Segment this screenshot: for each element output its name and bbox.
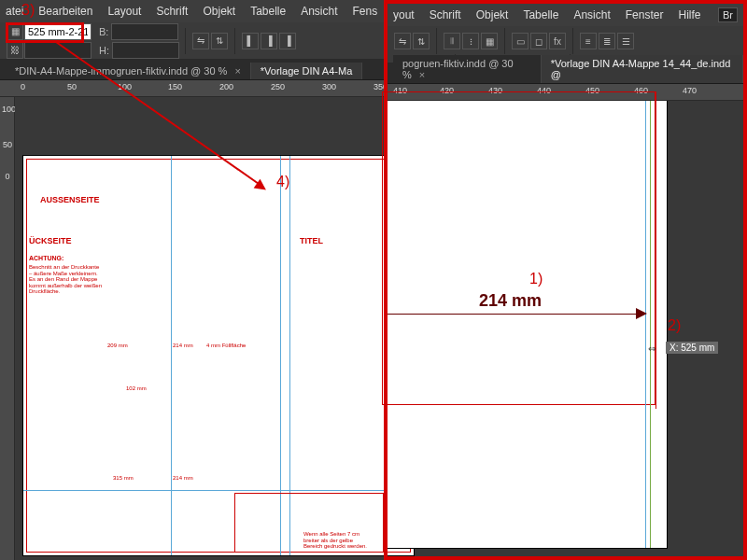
measure-label: 214 mm [479,291,542,311]
menubar-right: yout Schrift Objekt Tabelle Ansicht Fens… [388,4,743,26]
menu-ansicht[interactable]: Ansicht [301,5,337,18]
annotation-1: 1) [529,271,543,287]
text-achtung-body: Beschnitt an der Druckkante – äußere Maß… [29,264,104,295]
menu-layout[interactable]: yout [393,8,415,21]
menu-fenster[interactable]: Fens [353,5,378,18]
document-tab[interactable]: *DIN-A4-Mappe-immogruen-fiktiv.indd @ 30… [6,63,251,79]
menu-bearbeiten[interactable]: Bearbeiten [38,5,92,18]
textwrap3-icon[interactable]: ☰ [617,33,634,49]
ruler-tick: 300 [322,82,336,91]
document-page[interactable]: AUSSENSEITE ÜCKSEITE ACHTUNG: Beschnitt … [22,155,415,556]
menu-objekt[interactable]: Objekt [203,5,235,18]
ruler-tick: 470 [683,86,697,95]
bleed-border [382,91,655,405]
tab-label: *DIN-A4-Mappe-immogruen-fiktiv.indd @ 30… [15,65,227,77]
separator [234,28,235,54]
flip-h-icon[interactable]: ⇋ [192,33,209,49]
right-pane: yout Schrift Objekt Tabelle Ansicht Fens… [384,0,747,560]
tab-label: *Vorlage DIN A4-Ma [261,65,352,77]
guide-horizontal[interactable] [23,490,414,491]
ruler-horizontal-left[interactable]: 0 50 100 150 200 250 300 350 [0,80,384,97]
separator [572,28,573,54]
width-label: B: [99,26,108,37]
guide-vertical[interactable] [650,101,651,548]
folder-shape [234,493,384,553]
ruler-tick: 0 [2,172,13,181]
sel-fit-icon[interactable]: ◻ [530,33,547,49]
separator [504,28,505,54]
menu-fenster[interactable]: Fenster [626,8,664,21]
fx-icon[interactable]: fx [549,33,566,49]
dist-v-icon[interactable]: ⫶ [462,33,479,49]
textwrap-icon[interactable]: ≡ [580,33,597,49]
ref-point-icon[interactable]: ▦ [7,23,23,40]
measure-arrow-right [636,308,647,319]
dim-209: 209 mm [107,343,128,349]
align-right-icon[interactable]: ▐ [279,33,296,49]
dim-4mm: 4 mm Füllfläche [206,343,246,349]
canvas-right[interactable]: 214 mm 1) ⇔ X: 525 mm 2) [388,101,743,549]
annotation-2: 2) [668,317,681,334]
menu-layout[interactable]: Layout [107,5,141,18]
ruler-vertical-left[interactable]: 100 50 0 [0,97,15,560]
textwrap2-icon[interactable]: ≣ [599,33,615,49]
annotation-4: 4) [276,174,289,190]
dim-214-b: 214 mm [173,475,193,482]
drag-handle-icon[interactable]: ⇔ [648,343,655,354]
menu-ansicht[interactable]: Ansicht [573,8,610,21]
ruler-tick: 0 [21,82,25,91]
separator [185,28,186,54]
flip-h-icon[interactable]: ⇋ [394,33,411,49]
bridge-icon[interactable]: Br [718,7,738,22]
menu-schrift[interactable]: Schrift [156,5,188,18]
ruler-tick: 50 [2,140,13,149]
annotation-3: 3) [21,2,35,19]
canvas-left[interactable]: AUSSENSEITE ÜCKSEITE ACHTUNG: Beschnitt … [15,97,384,560]
position-tooltip: X: 525 mm [666,342,718,354]
height-input[interactable] [112,42,179,59]
align-center-icon[interactable]: ▐ [261,33,277,49]
ruler-tick: 100 [2,105,13,114]
label-titel: TITEL [300,236,323,245]
menu-objekt[interactable]: Objekt [476,8,509,21]
sel-rect-icon[interactable]: ▭ [512,33,529,49]
tabbar-left: *DIN-A4-Mappe-immogruen-fiktiv.indd @ 30… [0,60,384,80]
document-tab-active[interactable]: *Vorlage DIN A4-Ma [251,63,362,79]
menu-hilfe[interactable]: Hilfe [678,8,700,21]
workspace-right: 214 mm 1) ⇔ X: 525 mm 2) [388,101,743,549]
dim-102: 102 mm [126,385,147,392]
flip-v-icon[interactable]: ⇅ [413,33,430,49]
label-achtung: ACHTUNG: [29,255,63,261]
flip-v-icon[interactable]: ⇅ [211,33,228,49]
menu-tabelle[interactable]: Tabelle [523,8,558,21]
height-label: H: [99,45,109,56]
workspace-left: 100 50 0 AUSSENSEITE ÜCKSEITE ACHTUNG: B… [0,97,384,560]
label-aussenseite: AUSSENSEITE [40,195,100,204]
document-tab[interactable]: pogruen-fiktiv.indd @ 30 %× [393,55,542,83]
ruler-tick: 50 [67,82,77,91]
width-input[interactable] [111,23,178,40]
tab-label: *Vorlage DIN A4-Mappe 14_44_de.indd @ [551,58,731,80]
tabbar-right: pogruen-fiktiv.indd @ 30 %× *Vorlage DIN… [388,63,743,84]
menu-tabelle[interactable]: Tabelle [250,5,286,18]
link-icon[interactable]: ⛓ [7,42,23,59]
menubar-left: atei Bearbeiten Layout Schrift Objekt Ta… [0,0,384,22]
align-icon[interactable]: ▦ [481,33,498,49]
close-icon[interactable]: × [419,69,425,80]
menu-schrift[interactable]: Schrift [430,8,461,21]
separator [436,28,437,54]
align-left-icon[interactable]: ▌ [242,33,259,49]
x-position-input[interactable] [24,23,92,40]
guide-vertical[interactable] [171,156,172,555]
document-page-zoom[interactable] [388,101,668,549]
left-pane: atei Bearbeiten Layout Schrift Objekt Ta… [0,0,384,560]
edge-line [655,91,656,409]
label-rueckseite: ÜCKSEITE [29,236,72,245]
dist-h-icon[interactable]: ⫴ [444,33,460,49]
measure-line [388,314,645,315]
ruler-tick: 200 [219,82,233,91]
dim-214: 214 mm [173,343,193,349]
document-tab-active[interactable]: *Vorlage DIN A4-Mappe 14_44_de.indd @ [542,55,743,83]
guide-vertical[interactable] [645,101,646,548]
close-icon[interactable]: × [234,65,240,77]
